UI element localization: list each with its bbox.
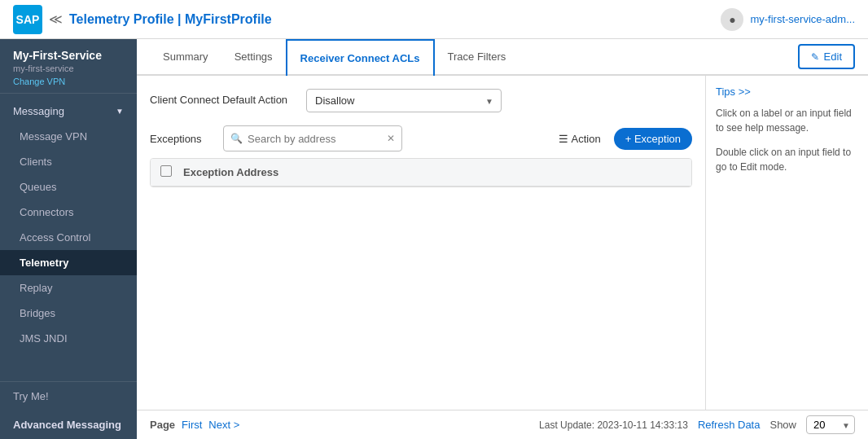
page-label: Page [150,419,175,431]
sidebar: My-First-Service my-first-service Change… [0,39,137,439]
select-all-checkbox-cell [160,165,183,179]
exceptions-table: Exception Address [150,158,692,187]
exceptions-section: Exceptions 🔍 ✕ ☰ Action [150,125,692,187]
next-page-link[interactable]: Next > [208,419,239,431]
exceptions-header: Exceptions 🔍 ✕ ☰ Action [150,125,692,151]
sidebar-messaging-group: Messaging ▼ Message VPN Clients Queues C… [0,94,137,356]
pencil-icon: ✎ [811,51,819,63]
sidebar-item-try-me[interactable]: Try Me! [0,382,137,410]
sidebar-item-message-vpn[interactable]: Message VPN [0,124,137,149]
user-avatar-icon: ● [721,8,743,31]
bottom-right: Last Update: 2023-10-11 14:33:13 Refresh… [539,415,855,434]
refresh-data-button[interactable]: Refresh Data [698,419,761,431]
messaging-chevron: ▼ [116,107,124,116]
page-title-static: Telemetry Profile | [69,12,185,26]
sidebar-change-vpn[interactable]: Change VPN [13,77,124,86]
search-wrapper: 🔍 ✕ [223,125,402,151]
client-connect-label: Client Connect Default Action [150,94,296,108]
sidebar-item-connectors[interactable]: Connectors [0,200,137,225]
tabs-bar: Summary Settings Receiver Connect ACLs T… [137,39,868,76]
header-right: ● my-first-service-adm... [721,8,855,31]
edit-button[interactable]: ✎ Edit [798,44,855,69]
sidebar-service-id: my-first-service [13,64,124,73]
sap-logo: SAP [13,5,42,34]
tab-receiver-connect-acls[interactable]: Receiver Connect ACLs [286,39,435,76]
top-header: SAP ≪ Telemetry Profile | MyFirstProfile… [0,0,868,39]
sidebar-nav: Messaging ▼ Message VPN Clients Queues C… [0,94,137,381]
pagination: Page First Next > [150,419,239,431]
search-input[interactable] [248,133,387,145]
sidebar-service-section: My-First-Service my-first-service Change… [0,39,137,94]
select-all-checkbox[interactable] [160,165,172,177]
page-title: Telemetry Profile | MyFirstProfile [69,12,272,27]
tabs: Summary Settings Receiver Connect ACLs T… [150,39,519,74]
sidebar-bottom: Try Me! Advanced Messaging [0,381,137,439]
client-connect-select-wrapper: Disallow Allow ▼ [306,89,502,112]
show-label: Show [769,419,796,431]
main-layout: My-First-Service my-first-service Change… [0,39,868,439]
exception-address-column-header: Exception Address [183,166,278,178]
sidebar-item-bridges[interactable]: Bridges [0,301,137,326]
client-connect-field-row: Client Connect Default Action Disallow A… [150,89,692,112]
form-panel: Client Connect Default Action Disallow A… [137,76,705,410]
table-header: Exception Address [151,159,691,187]
tab-settings[interactable]: Settings [221,39,286,76]
first-page-link[interactable]: First [182,419,202,431]
sidebar-item-advanced-messaging[interactable]: Advanced Messaging [0,410,137,439]
sidebar-item-jms-jndi[interactable]: JMS JNDI [0,326,137,351]
tips-title[interactable]: Tips >> [716,86,858,98]
filter-icon: ☰ [559,133,568,145]
search-icon: 🔍 [230,133,243,144]
collapse-icon[interactable]: ≪ [49,11,63,27]
tab-trace-filters[interactable]: Trace Filters [435,39,519,76]
sidebar-item-clients[interactable]: Clients [0,149,137,174]
profile-name: MyFirstProfile [185,12,272,26]
sidebar-service-name: My-First-Service [13,49,124,62]
sidebar-item-queues[interactable]: Queues [0,174,137,200]
last-update: Last Update: 2023-10-11 14:33:13 [539,419,688,431]
tips-text-1: Click on a label or an input field to se… [716,106,858,135]
sidebar-item-replay[interactable]: Replay [0,275,137,301]
action-button[interactable]: ☰ Action [552,130,607,148]
tab-summary[interactable]: Summary [150,39,221,76]
add-exception-button[interactable]: + Exception [614,128,692,150]
messaging-label: Messaging [13,105,64,117]
header-left: SAP ≪ Telemetry Profile | MyFirstProfile [13,5,272,34]
bottom-bar: Page First Next > Last Update: 2023-10-1… [137,410,868,439]
show-select-wrapper: 10 20 50 100 ▼ [806,415,855,434]
client-connect-select[interactable]: Disallow Allow [306,89,502,112]
clear-search-icon[interactable]: ✕ [387,133,395,144]
main-content: Client Connect Default Action Disallow A… [137,76,868,410]
exceptions-label: Exceptions [150,133,215,145]
content-area: Summary Settings Receiver Connect ACLs T… [137,39,868,439]
sidebar-item-messaging[interactable]: Messaging ▼ [0,99,137,124]
exceptions-actions: ☰ Action + Exception [552,128,692,150]
sidebar-item-telemetry[interactable]: Telemetry [0,250,137,275]
sidebar-item-access-control[interactable]: Access Control [0,225,137,250]
user-name: my-first-service-adm... [750,13,855,25]
sap-logo-text: SAP [16,13,40,26]
tips-text-2: Double click on an input field to go to … [716,145,858,174]
tips-panel: Tips >> Click on a label or an input fie… [705,76,868,410]
show-select[interactable]: 10 20 50 100 [806,415,855,434]
